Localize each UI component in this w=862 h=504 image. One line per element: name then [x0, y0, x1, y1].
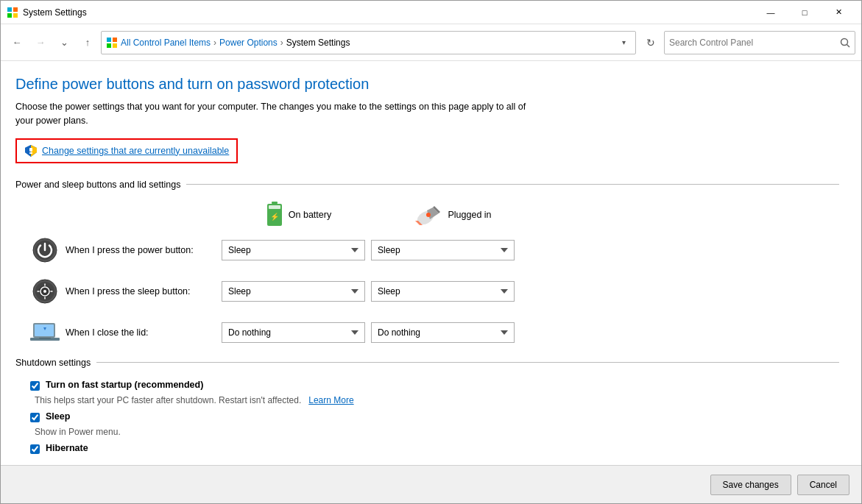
- power-button-plugged-select[interactable]: Sleep Do nothing Hibernate Shut down: [371, 240, 515, 260]
- lid-close-selects: Do nothing Sleep Hibernate Shut down Do …: [222, 322, 515, 343]
- sleep-button-label: When I press the sleep button:: [60, 286, 222, 297]
- svg-rect-4: [107, 38, 111, 42]
- path-segment-3: System Settings: [286, 38, 350, 48]
- fast-startup-label-bold: Turn on fast startup (recommended): [46, 380, 203, 390]
- power-button-row: When I press the power button: Sleep Do …: [15, 234, 839, 266]
- power-button-selects: Sleep Do nothing Hibernate Shut down Sle…: [222, 240, 515, 260]
- shutdown-divider: [96, 362, 839, 363]
- svg-rect-39: [39, 338, 51, 338]
- lid-close-label: When I close the lid:: [60, 327, 222, 338]
- fast-startup-row: Turn on fast startup (recommended): [15, 380, 839, 391]
- sleep-button-icon: [30, 277, 60, 306]
- fast-startup-checkbox[interactable]: [30, 381, 40, 391]
- path-segment-2[interactable]: Power Options: [219, 38, 278, 48]
- svg-rect-5: [113, 38, 117, 42]
- shield-uac-icon: [24, 144, 38, 157]
- close-button[interactable]: ✕: [822, 1, 855, 24]
- plugged-in-icon: [415, 205, 442, 225]
- shutdown-section-header: Shutdown settings: [15, 358, 839, 368]
- hibernate-label-bold: Hibernate: [46, 443, 88, 453]
- column-headers: ⚡ On battery Plugged in: [15, 202, 839, 228]
- title-bar: System Settings — □ ✕: [1, 1, 861, 24]
- search-box[interactable]: [664, 31, 855, 54]
- save-changes-button[interactable]: Save changes: [710, 475, 791, 495]
- power-sleep-section-title: Power and sleep buttons and lid settings: [15, 180, 180, 190]
- lid-close-row: When I close the lid: Do nothing Sleep H…: [15, 316, 839, 349]
- col-header-battery: ⚡ On battery: [222, 202, 376, 228]
- window-title: System Settings: [23, 7, 754, 18]
- sleep-button-plugged-select[interactable]: Sleep Do nothing Hibernate Shut down: [371, 281, 515, 302]
- change-settings-container[interactable]: Change settings that are currently unava…: [15, 138, 238, 163]
- power-button-label: When I press the power button:: [60, 245, 222, 255]
- sleep-checkbox[interactable]: [30, 413, 40, 422]
- sleep-label-bold: Sleep: [46, 411, 70, 422]
- footer: Save changes Cancel: [1, 465, 861, 503]
- power-button-icon: [30, 235, 60, 265]
- address-path: All Control Panel Items › Power Options …: [121, 38, 613, 48]
- refresh-button[interactable]: ↻: [640, 32, 661, 53]
- path-sep-1: ›: [213, 38, 216, 48]
- col-header-plugged-label: Plugged in: [448, 210, 491, 220]
- up-button[interactable]: ↑: [77, 32, 98, 53]
- svg-rect-2: [7, 13, 12, 18]
- col-header-plugged: Plugged in: [376, 205, 531, 225]
- window-controls: — □ ✕: [754, 1, 855, 24]
- svg-rect-13: [29, 148, 32, 152]
- col-header-battery-label: On battery: [289, 210, 331, 220]
- fast-startup-label[interactable]: Turn on fast startup (recommended): [46, 380, 203, 390]
- svg-point-31: [43, 290, 46, 293]
- sleep-button-row: When I press the sleep button: Sleep Do …: [15, 275, 839, 308]
- section-divider: [186, 184, 839, 185]
- hibernate-checkbox[interactable]: [30, 444, 40, 454]
- window-icon: [7, 7, 18, 18]
- change-settings-link[interactable]: Change settings that are currently unava…: [42, 146, 229, 156]
- lid-close-icon: [30, 318, 60, 347]
- sleep-button-battery-select[interactable]: Sleep Do nothing Hibernate Shut down: [222, 281, 365, 302]
- search-input[interactable]: [669, 38, 837, 48]
- search-icon: [840, 38, 850, 48]
- svg-point-23: [426, 213, 431, 217]
- svg-rect-1: [13, 7, 18, 12]
- page-description: Choose the power settings that you want …: [15, 100, 545, 128]
- sleep-button-selects: Sleep Do nothing Hibernate Shut down Sle…: [222, 281, 515, 302]
- main-content: Define power buttons and turn on passwor…: [1, 61, 861, 465]
- svg-rect-7: [113, 43, 117, 48]
- svg-rect-3: [13, 13, 18, 18]
- fast-startup-learn-more[interactable]: Learn More: [308, 395, 353, 405]
- fast-startup-sublabel: This helps start your PC faster after sh…: [35, 395, 839, 405]
- hibernate-label[interactable]: Hibernate: [46, 443, 88, 453]
- minimize-button[interactable]: —: [754, 1, 788, 24]
- cancel-button[interactable]: Cancel: [797, 475, 849, 495]
- path-segment-1[interactable]: All Control Panel Items: [121, 38, 211, 48]
- forward-button[interactable]: →: [30, 32, 51, 53]
- svg-rect-0: [7, 7, 12, 12]
- sleep-row: Sleep: [15, 411, 839, 422]
- recent-locations-button[interactable]: ⌄: [54, 32, 74, 53]
- address-bar[interactable]: All Control Panel Items › Power Options …: [101, 31, 636, 54]
- power-sleep-section-header: Power and sleep buttons and lid settings: [15, 180, 839, 190]
- nav-bar: ← → ⌄ ↑ All Control Panel Items › Power …: [1, 24, 861, 61]
- maximize-button[interactable]: □: [788, 1, 822, 24]
- back-button[interactable]: ←: [7, 32, 27, 53]
- shutdown-section: Shutdown settings Turn on fast startup (…: [15, 358, 839, 454]
- battery-icon: ⚡: [266, 202, 283, 228]
- shutdown-section-title: Shutdown settings: [15, 358, 91, 368]
- power-button-battery-select[interactable]: Sleep Do nothing Hibernate Shut down: [222, 240, 365, 260]
- svg-rect-15: [272, 202, 278, 204]
- svg-line-9: [847, 44, 850, 47]
- svg-rect-14: [29, 152, 32, 154]
- hibernate-row: Hibernate: [15, 443, 839, 454]
- sleep-sublabel: Show in Power menu.: [35, 427, 839, 437]
- main-window: System Settings — □ ✕ ← → ⌄ ↑ All Contro…: [0, 0, 862, 504]
- svg-rect-17: [269, 205, 280, 209]
- svg-text:⚡: ⚡: [270, 212, 280, 221]
- control-panel-icon: [106, 37, 118, 49]
- lid-close-plugged-select[interactable]: Do nothing Sleep Hibernate Shut down: [371, 322, 515, 343]
- page-title: Define power buttons and turn on passwor…: [15, 76, 839, 93]
- lid-close-battery-select[interactable]: Do nothing Sleep Hibernate Shut down: [222, 322, 365, 343]
- svg-point-8: [841, 38, 848, 45]
- svg-rect-6: [107, 43, 111, 48]
- address-dropdown-button[interactable]: ▾: [616, 35, 631, 50]
- sleep-label[interactable]: Sleep: [46, 411, 70, 422]
- path-sep-2: ›: [280, 38, 283, 48]
